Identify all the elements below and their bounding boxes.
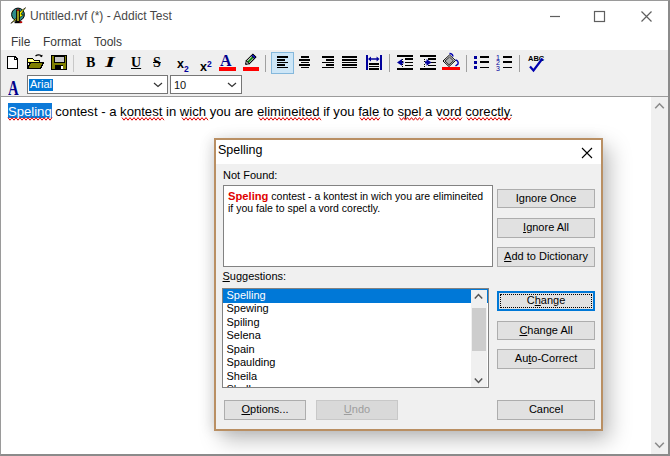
svg-text:3: 3: [496, 65, 500, 72]
